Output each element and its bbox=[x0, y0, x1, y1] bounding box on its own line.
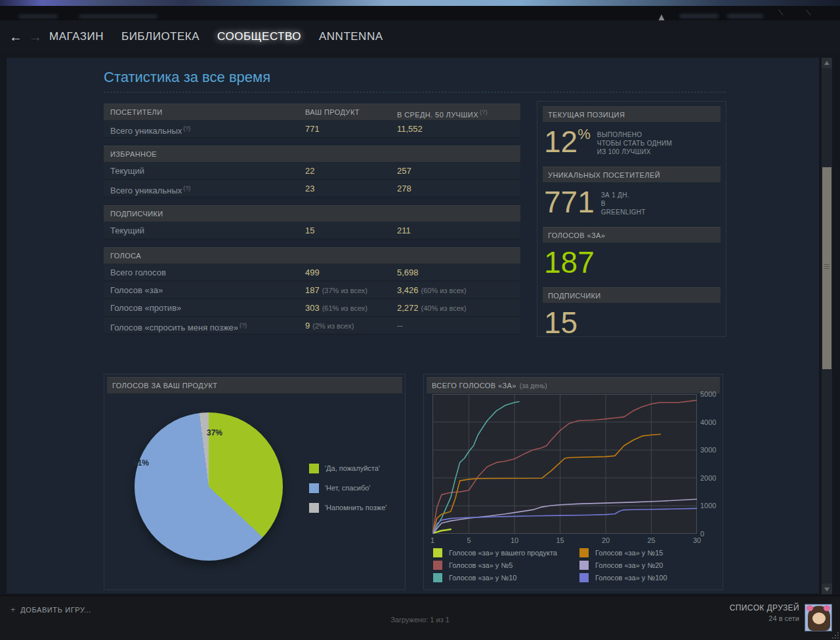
help-icon[interactable]: (?) bbox=[480, 109, 488, 115]
legend-item: 'Да, пожалуйста' bbox=[309, 458, 387, 478]
card-current-position: ТЕКУЩАЯ ПОЗИЦИЯ 12% ВЫПОЛНЕНОЧТОБЫ СТАТЬ… bbox=[543, 106, 721, 167]
avatar-art bbox=[812, 612, 826, 624]
friends-online-count: 24 в сети bbox=[730, 614, 799, 622]
line-chart-plot bbox=[432, 394, 697, 534]
pie-slice-label-no: 61% bbox=[133, 458, 149, 468]
scrollbar-up-arrow[interactable] bbox=[822, 58, 832, 68]
window-minimize-button[interactable]: ⟍ bbox=[778, 9, 784, 17]
y-tick-label: 3000 bbox=[700, 446, 716, 454]
table-row: Всего уникальных(?) 23 278 bbox=[104, 180, 520, 197]
card-value: 15 bbox=[544, 306, 578, 340]
legend-swatch-no20 bbox=[579, 561, 589, 570]
value-top50: -- bbox=[397, 317, 403, 334]
titlebar-blur-artifact bbox=[79, 14, 158, 18]
value-top50: 257 bbox=[397, 162, 411, 180]
avatar-art bbox=[807, 605, 813, 611]
legend-item: Голосов «за» у вашего продукта bbox=[433, 546, 557, 559]
value-top50: 2,272(40% из всех) bbox=[397, 299, 467, 317]
table-row: Всего голосов 499 5,698 bbox=[104, 264, 520, 281]
x-tick-label: 20 bbox=[602, 536, 610, 544]
page-title: Статистика за все время bbox=[104, 69, 270, 86]
stats-table: ПОСЕТИТЕЛИ ВАШ ПРОДУКТ В СРЕДН. 50 ЛУЧШИ… bbox=[104, 104, 520, 334]
x-tick-label: 10 bbox=[511, 536, 518, 544]
legend-swatch-no bbox=[309, 483, 319, 493]
legend-swatch-no5 bbox=[433, 561, 442, 570]
table-row: Голосов «против» 303(61% из всех) 2,272(… bbox=[104, 299, 520, 317]
window-close-button[interactable]: ⟍ bbox=[806, 9, 811, 17]
row-label: Текущий bbox=[110, 162, 144, 180]
table-section-header: ИЗБРАННОЕ bbox=[104, 146, 520, 162]
table-row: Всего уникальных(?) 771 11,552 bbox=[104, 120, 520, 138]
table-section-header: ПОДПИСЧИКИ bbox=[104, 205, 520, 222]
y-tick-label: 2000 bbox=[700, 474, 716, 482]
legend-item: Голосов «за» у №100 bbox=[579, 571, 667, 584]
row-label: Текущий bbox=[110, 222, 144, 239]
card-title: ТЕКУЩАЯ ПОЗИЦИЯ bbox=[543, 106, 721, 122]
value-product: 23 bbox=[305, 180, 314, 197]
card-title: ГОЛОСОВ «ЗА» bbox=[543, 227, 721, 243]
plus-icon: + bbox=[10, 605, 16, 614]
nav-item-library[interactable]: БИБЛИОТЕКА bbox=[121, 27, 200, 47]
column-header-product: ВАШ ПРОДУКТ bbox=[305, 104, 360, 121]
back-arrow-icon[interactable]: ← bbox=[9, 28, 22, 45]
window-resize-grip[interactable] bbox=[831, 631, 839, 639]
help-icon[interactable]: (?) bbox=[183, 125, 190, 132]
value-product: 9(2% из всех) bbox=[305, 317, 354, 335]
value-product: 771 bbox=[305, 120, 320, 138]
card-value: 187 bbox=[544, 245, 595, 279]
table-row: Голосов «спросить меня позже»(?) 9(2% из… bbox=[104, 317, 520, 334]
value-product: 499 bbox=[305, 264, 320, 281]
card-subscribers: ПОДПИСЧИКИ 15 bbox=[543, 287, 721, 348]
legend-item: 'Напомнить позже' bbox=[309, 498, 387, 517]
pie-chart-title: ГОЛОСОВ ЗА ВАШ ПРОДУКТ bbox=[107, 377, 402, 393]
nav-item-community[interactable]: СООБЩЕСТВО bbox=[217, 27, 301, 47]
card-value: 12% bbox=[544, 125, 591, 159]
scrollbar-down-arrow[interactable] bbox=[822, 584, 832, 594]
card-title: УНИКАЛЬНЫХ ПОСЕТИТЕЛЕЙ bbox=[543, 167, 721, 182]
vertical-scrollbar[interactable] bbox=[822, 58, 832, 594]
pie-legend: 'Да, пожалуйста' 'Нет, спасибо' 'Напомни… bbox=[309, 458, 387, 517]
column-header-top50-text: В СРЕДН. 50 ЛУЧШИХ bbox=[397, 111, 478, 119]
nav-item-username[interactable]: ANNTENNA bbox=[319, 27, 383, 47]
section-title: ПОДПИСЧИКИ bbox=[110, 206, 163, 222]
legend-swatch-no10 bbox=[433, 573, 442, 582]
pie-slice-label-yes: 37% bbox=[207, 428, 222, 437]
value-top50: 211 bbox=[397, 222, 411, 239]
section-title: ИЗБРАННОЕ bbox=[110, 146, 157, 163]
forward-arrow-icon[interactable]: → bbox=[29, 28, 42, 45]
title-separator bbox=[104, 92, 726, 92]
value-product: 303(61% из всех) bbox=[305, 299, 368, 317]
legend-item: Голосов «за» у №15 bbox=[579, 546, 667, 559]
x-tick-label: 1 bbox=[430, 536, 434, 544]
add-game-button[interactable]: +ДОБАВИТЬ ИГРУ... bbox=[10, 605, 91, 614]
section-title: ГОЛОСА bbox=[110, 248, 141, 264]
value-top50: 5,698 bbox=[397, 264, 419, 281]
friends-list-button[interactable]: СПИСОК ДРУЗЕЙ 24 в сети bbox=[730, 603, 799, 622]
legend-swatch-later bbox=[309, 503, 319, 513]
legend-swatch-no100 bbox=[579, 573, 589, 582]
nav-item-store[interactable]: МАГАЗИН bbox=[49, 27, 104, 47]
scrollbar-thumb[interactable] bbox=[822, 167, 831, 369]
help-icon[interactable]: (?) bbox=[240, 322, 247, 329]
titlebar-blur-artifact bbox=[18, 14, 58, 18]
y-tick-label: 1000 bbox=[700, 502, 716, 510]
summary-cards: ТЕКУЩАЯ ПОЗИЦИЯ 12% ВЫПОЛНЕНОЧТОБЫ СТАТЬ… bbox=[537, 101, 726, 337]
card-unique-visitors: УНИКАЛЬНЫХ ПОСЕТИТЕЛЕЙ 771 ЗА 1 ДН.ВGREE… bbox=[543, 167, 721, 227]
table-section-header: ГОЛОСА bbox=[104, 247, 520, 264]
card-yes-votes: ГОЛОСОВ «ЗА» 187 bbox=[543, 227, 721, 287]
legend-item: 'Нет, спасибо' bbox=[309, 478, 387, 498]
titlebar-blur-artifact bbox=[727, 14, 763, 18]
pie-chart-box: ГОЛОСОВ ЗА ВАШ ПРОДУКТ 37% 61% 'Да, пожа… bbox=[104, 374, 406, 590]
row-label: Всего голосов bbox=[110, 264, 166, 281]
help-icon[interactable]: (?) bbox=[183, 185, 190, 191]
main-navbar: ← → МАГАЗИН БИБЛИОТЕКА СООБЩЕСТВО ANNTEN… bbox=[0, 20, 840, 53]
avatar[interactable] bbox=[805, 604, 832, 631]
legend-item: Голосов «за» у №20 bbox=[579, 559, 667, 571]
card-caption: ВЫПОЛНЕНОЧТОБЫ СТАТЬ ОДНИМИЗ 100 ЛУЧШИХ bbox=[597, 125, 672, 156]
row-label: Голосов «против» bbox=[110, 299, 181, 317]
card-caption: ЗА 1 ДН.ВGREENLIGHT bbox=[601, 185, 646, 216]
section-title: ПОСЕТИТЕЛИ bbox=[110, 104, 163, 121]
line-chart-title: ВСЕГО ГОЛОСОВ «ЗА»(за день) bbox=[427, 377, 720, 393]
legend-swatch-yes bbox=[309, 464, 319, 473]
legend-item: Голосов «за» у №10 bbox=[433, 571, 557, 584]
